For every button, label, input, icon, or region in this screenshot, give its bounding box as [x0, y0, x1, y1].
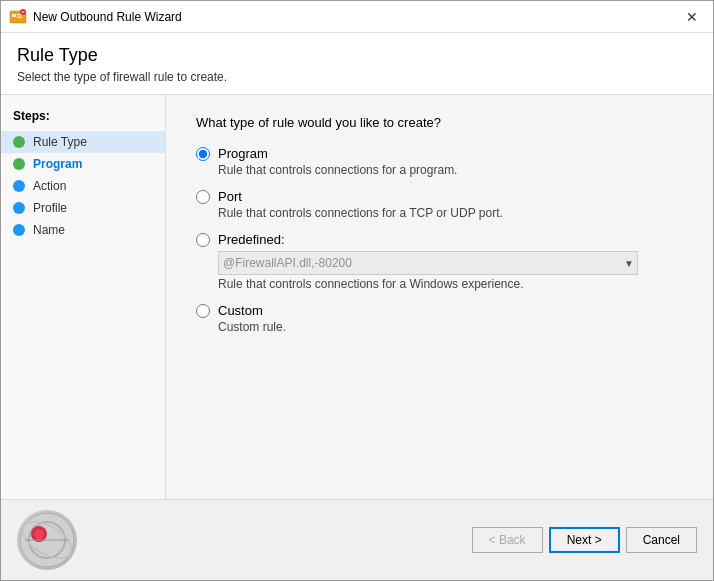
- titlebar-icon: [9, 8, 27, 26]
- step-label-action: Action: [33, 179, 66, 193]
- label-custom[interactable]: Custom: [218, 303, 263, 318]
- logo-svg: [19, 512, 75, 568]
- back-button[interactable]: < Back: [472, 527, 543, 553]
- option-custom: Custom Custom rule.: [196, 303, 683, 334]
- label-predefined[interactable]: Predefined:: [218, 232, 285, 247]
- footer: < Back Next > Cancel: [1, 499, 713, 580]
- desc-port: Rule that controls connections for a TCP…: [218, 206, 683, 220]
- close-button[interactable]: ✕: [679, 4, 705, 30]
- window-title: New Outbound Rule Wizard: [33, 10, 679, 24]
- wizard-window: New Outbound Rule Wizard ✕ Rule Type Sel…: [0, 0, 714, 581]
- titlebar: New Outbound Rule Wizard ✕: [1, 1, 713, 33]
- question-text: What type of rule would you like to crea…: [196, 115, 683, 130]
- logo-area: [17, 510, 466, 570]
- desc-program: Rule that controls connections for a pro…: [218, 163, 683, 177]
- step-dot-rule-type: [13, 136, 25, 148]
- option-predefined: Predefined: @FirewallAPI.dll,-80200 ▼ Ru…: [196, 232, 683, 291]
- page-title: Rule Type: [17, 45, 697, 66]
- step-dot-action: [13, 180, 25, 192]
- svg-rect-3: [17, 16, 22, 17]
- steps-label: Steps:: [1, 105, 165, 131]
- step-dot-program: [13, 158, 25, 170]
- step-label-profile: Profile: [33, 201, 67, 215]
- predefined-select-wrapper: @FirewallAPI.dll,-80200 ▼: [218, 251, 638, 275]
- option-port: Port Rule that controls connections for …: [196, 189, 683, 220]
- step-label-name: Name: [33, 223, 65, 237]
- desc-custom: Custom rule.: [218, 320, 683, 334]
- sidebar-item-program[interactable]: Program: [1, 153, 165, 175]
- predefined-select[interactable]: @FirewallAPI.dll,-80200: [218, 251, 638, 275]
- cancel-button[interactable]: Cancel: [626, 527, 697, 553]
- radio-port[interactable]: [196, 190, 210, 204]
- logo: [17, 510, 77, 570]
- page-header: Rule Type Select the type of firewall ru…: [1, 33, 713, 95]
- desc-predefined: Rule that controls connections for a Win…: [218, 277, 683, 291]
- label-port[interactable]: Port: [218, 189, 242, 204]
- svg-rect-5: [22, 11, 25, 12]
- sidebar-item-name[interactable]: Name: [1, 219, 165, 241]
- page-subtitle: Select the type of firewall rule to crea…: [17, 70, 697, 84]
- svg-rect-1: [12, 14, 16, 17]
- content-area: Steps: Rule Type Program Action Profile …: [1, 95, 713, 499]
- sidebar: Steps: Rule Type Program Action Profile …: [1, 95, 166, 499]
- radio-custom[interactable]: [196, 304, 210, 318]
- radio-group: Program Rule that controls connections f…: [196, 146, 683, 334]
- step-dot-name: [13, 224, 25, 236]
- svg-point-10: [34, 529, 44, 539]
- sidebar-item-profile[interactable]: Profile: [1, 197, 165, 219]
- radio-predefined[interactable]: [196, 233, 210, 247]
- option-program: Program Rule that controls connections f…: [196, 146, 683, 177]
- predefined-dropdown-section: @FirewallAPI.dll,-80200 ▼: [218, 251, 683, 275]
- sidebar-item-rule-type[interactable]: Rule Type: [1, 131, 165, 153]
- step-label-rule-type: Rule Type: [33, 135, 87, 149]
- sidebar-item-action[interactable]: Action: [1, 175, 165, 197]
- next-button[interactable]: Next >: [549, 527, 620, 553]
- radio-program[interactable]: [196, 147, 210, 161]
- label-program[interactable]: Program: [218, 146, 268, 161]
- step-dot-profile: [13, 202, 25, 214]
- main-panel: What type of rule would you like to crea…: [166, 95, 713, 499]
- step-label-program: Program: [33, 157, 82, 171]
